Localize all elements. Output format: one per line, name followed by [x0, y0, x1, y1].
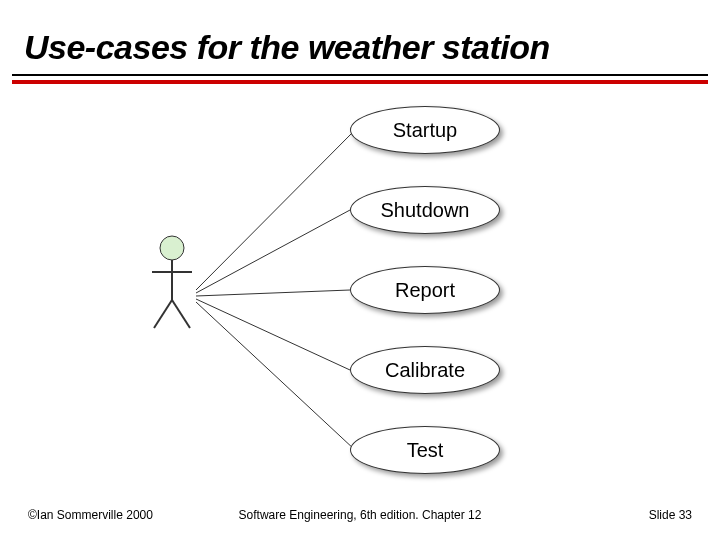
- svg-line-3: [196, 299, 350, 370]
- svg-line-8: [154, 300, 172, 328]
- svg-line-4: [196, 302, 355, 450]
- title-area: Use-cases for the weather station: [24, 28, 696, 67]
- footer: ©Ian Sommerville 2000 Software Engineeri…: [0, 508, 720, 528]
- slide: Use-cases for the weather station Startu…: [0, 0, 720, 540]
- svg-line-2: [196, 290, 350, 296]
- usecase-startup: Startup: [350, 106, 500, 154]
- title-rule-black: [12, 74, 708, 76]
- title-rule-red: [12, 80, 708, 84]
- usecase-label: Startup: [393, 119, 457, 142]
- usecase-report: Report: [350, 266, 500, 314]
- svg-line-1: [196, 210, 350, 293]
- usecase-label: Report: [395, 279, 455, 302]
- actor-icon: [152, 236, 192, 328]
- usecase-label: Calibrate: [385, 359, 465, 382]
- footer-slide-number: Slide 33: [649, 508, 692, 522]
- usecase-diagram: Startup Shutdown Report Calibrate Test: [140, 100, 600, 500]
- usecase-shutdown: Shutdown: [350, 186, 500, 234]
- usecase-label: Test: [407, 439, 444, 462]
- svg-line-9: [172, 300, 190, 328]
- slide-title: Use-cases for the weather station: [24, 28, 696, 67]
- footer-booktitle: Software Engineering, 6th edition. Chapt…: [0, 508, 720, 522]
- usecase-test: Test: [350, 426, 500, 474]
- usecase-calibrate: Calibrate: [350, 346, 500, 394]
- svg-line-0: [196, 130, 355, 290]
- svg-point-5: [160, 236, 184, 260]
- usecase-label: Shutdown: [381, 199, 470, 222]
